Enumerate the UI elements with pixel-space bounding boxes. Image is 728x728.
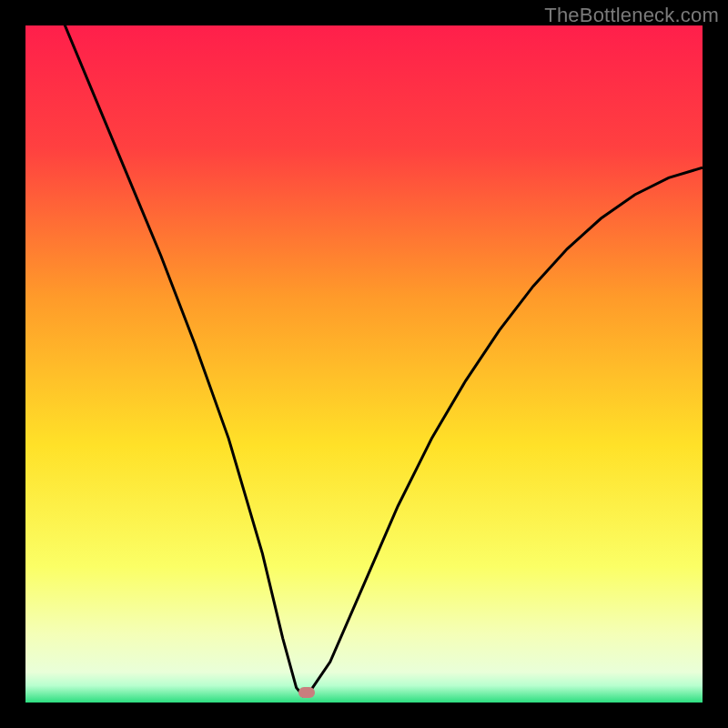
- watermark-text: TheBottleneck.com: [544, 4, 719, 27]
- optimal-point-marker: [298, 687, 315, 698]
- plot-area: [25, 25, 703, 703]
- bottleneck-curve: [25, 25, 703, 703]
- chart-frame: TheBottleneck.com: [0, 0, 728, 728]
